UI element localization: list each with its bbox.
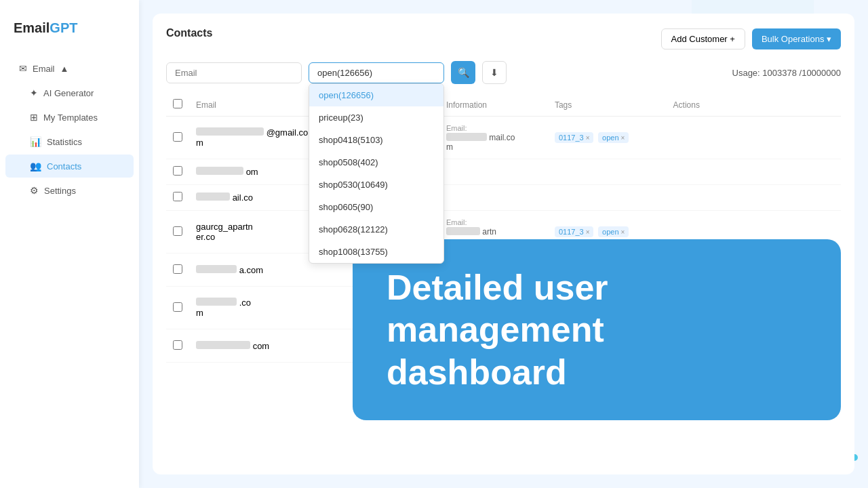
contacts-icon: 👥 bbox=[30, 161, 41, 171]
col-actions: Actions bbox=[667, 94, 841, 117]
table-row: ail.co bbox=[166, 185, 841, 211]
toolbar: open(126656) priceup(23) shop0418(5103) … bbox=[166, 61, 841, 84]
dropdown-item-1[interactable]: priceup(23) bbox=[309, 106, 443, 129]
tag-badge: open × bbox=[598, 226, 629, 237]
email-arrow-icon: ▲ bbox=[60, 64, 69, 74]
sidebar-item-label: AI Generator bbox=[43, 88, 94, 98]
info-cell bbox=[439, 159, 548, 185]
email-search-input[interactable] bbox=[166, 62, 302, 83]
row-checkbox[interactable] bbox=[173, 340, 182, 350]
row-checkbox[interactable] bbox=[173, 226, 182, 236]
table-row: om bbox=[166, 159, 841, 185]
export-icon: ⬇ bbox=[490, 67, 498, 78]
tag-close-icon[interactable]: × bbox=[621, 228, 625, 236]
sidebar-item-statistics[interactable]: 📊 Statistics bbox=[5, 130, 134, 153]
overlay-banner: Detailed user management dashboard bbox=[353, 239, 841, 420]
tag-close-icon[interactable]: × bbox=[586, 134, 590, 142]
ai-icon: ✦ bbox=[30, 87, 38, 98]
email-cell: .com bbox=[189, 287, 355, 329]
tag-badge: 0117_3 × bbox=[555, 132, 594, 143]
row-checkbox[interactable] bbox=[173, 166, 182, 176]
tag-badge: open × bbox=[598, 132, 629, 143]
contacts-panel: Contacts Add Customer + Bulk Operations … bbox=[153, 14, 854, 474]
actions-cell bbox=[667, 159, 841, 185]
usage-text: Usage: 1003378 /10000000 bbox=[732, 68, 841, 78]
sidebar-item-my-templates[interactable]: ⊞ My Templates bbox=[5, 106, 134, 129]
email-icon: ✉ bbox=[19, 63, 27, 74]
row-checkbox[interactable] bbox=[173, 192, 182, 201]
panel-actions: Add Customer + Bulk Operations ▾ bbox=[661, 28, 841, 49]
search-button[interactable]: 🔍 bbox=[451, 61, 475, 84]
sidebar-item-label: My Templates bbox=[43, 113, 98, 123]
sidebar-item-email[interactable]: ✉ Email ▲ bbox=[5, 57, 134, 80]
row-checkbox[interactable] bbox=[173, 302, 182, 312]
filter-dropdown-wrapper: open(126656) priceup(23) shop0418(5103) … bbox=[309, 62, 444, 83]
dropdown-item-0[interactable]: open(126656) bbox=[309, 84, 443, 106]
logo-accent: GPT bbox=[50, 20, 77, 35]
tags-cell bbox=[548, 185, 667, 211]
col-information: Information bbox=[439, 94, 548, 117]
row-checkbox[interactable] bbox=[173, 132, 182, 142]
sidebar-item-label: Settings bbox=[44, 186, 76, 196]
add-customer-button[interactable]: Add Customer + bbox=[661, 28, 745, 49]
search-icon: 🔍 bbox=[458, 67, 469, 78]
email-cell: com bbox=[189, 329, 355, 363]
tags-cell: 0117_3 × open × bbox=[548, 117, 667, 159]
bulk-operations-button[interactable]: Bulk Operations ▾ bbox=[752, 28, 841, 49]
table-row: @gmail.com Email: mail.com 0117_3 × open… bbox=[166, 117, 841, 159]
overlay-line1: Detailed user management bbox=[387, 268, 608, 349]
col-tags: Tags bbox=[548, 94, 667, 117]
filter-input[interactable] bbox=[309, 62, 444, 83]
select-all-checkbox[interactable] bbox=[173, 99, 182, 108]
info-cell: Email: mail.com bbox=[439, 117, 548, 159]
sidebar-item-label: Statistics bbox=[47, 137, 82, 147]
dropdown-item-3[interactable]: shop0508(402) bbox=[309, 151, 443, 174]
info-cell bbox=[439, 185, 548, 211]
tag-close-icon[interactable]: × bbox=[621, 134, 625, 142]
dropdown-item-7[interactable]: shop1008(13755) bbox=[309, 241, 443, 263]
sidebar-item-contacts[interactable]: 👥 Contacts bbox=[5, 155, 134, 178]
dropdown-item-2[interactable]: shop0418(5103) bbox=[309, 129, 443, 151]
tags-cell bbox=[548, 159, 667, 185]
sidebar-email-label: Email bbox=[33, 64, 55, 74]
app-logo: EmailGPT bbox=[0, 14, 139, 56]
tag-badge: 0117_3 × bbox=[555, 226, 594, 237]
email-blurred bbox=[196, 127, 264, 136]
sidebar-item-ai-generator[interactable]: ✦ AI Generator bbox=[5, 81, 134, 104]
stats-icon: 📊 bbox=[30, 136, 41, 147]
filter-dropdown-menu: open(126656) priceup(23) shop0418(5103) … bbox=[309, 83, 444, 264]
main-content: Contacts Add Customer + Bulk Operations … bbox=[139, 0, 868, 488]
templates-icon: ⊞ bbox=[30, 112, 38, 123]
overlay-line2: dashboard bbox=[387, 352, 567, 392]
export-button[interactable]: ⬇ bbox=[482, 61, 507, 84]
actions-cell bbox=[667, 185, 841, 211]
actions-cell bbox=[667, 117, 841, 159]
sidebar: EmailGPT ✉ Email ▲ ✦ AI Generator ⊞ My T… bbox=[0, 0, 139, 488]
sidebar-item-label: Contacts bbox=[47, 161, 81, 171]
dropdown-item-5[interactable]: shop0605(90) bbox=[309, 196, 443, 218]
dropdown-item-6[interactable]: shop0628(12122) bbox=[309, 218, 443, 241]
tag-close-icon[interactable]: × bbox=[586, 228, 590, 236]
sidebar-item-settings[interactable]: ⚙ Settings bbox=[5, 179, 134, 202]
settings-icon: ⚙ bbox=[30, 185, 39, 196]
row-checkbox[interactable] bbox=[173, 264, 182, 274]
panel-title: Contacts bbox=[166, 27, 212, 39]
dropdown-item-4[interactable]: shop0530(10649) bbox=[309, 174, 443, 196]
